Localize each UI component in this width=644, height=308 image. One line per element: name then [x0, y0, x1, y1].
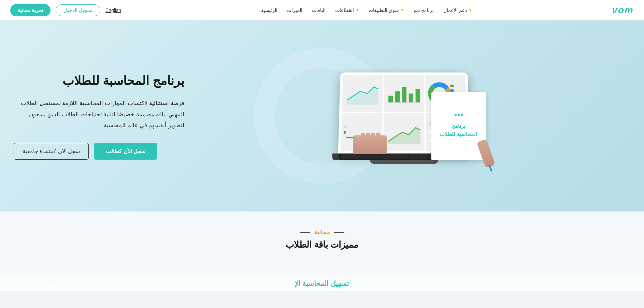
- partial-features-text: تسهيل المحاسبة الإ: [295, 279, 349, 288]
- login-button[interactable]: تسجيل الدخول: [56, 4, 100, 16]
- language-switch[interactable]: English: [105, 8, 121, 13]
- hero-title: برنامج المحاسبة للطلاب: [14, 72, 184, 89]
- screen-panel-3: [342, 75, 383, 112]
- notebook-mockup: برنامج المحاسبة للطلاب: [431, 92, 486, 160]
- register-org-button[interactable]: سجل الآن كمنشأة جامعية: [14, 143, 89, 160]
- laptop-stand: [370, 160, 438, 164]
- line-chart-icon: [344, 77, 381, 110]
- logo-text: vom: [612, 5, 634, 16]
- hero-description: فرصة استثنائية لاكتساب المهارات المحاسبي…: [14, 98, 184, 131]
- svg-rect-7: [395, 91, 399, 102]
- nav-item-business-support[interactable]: ▼ دعم الأعمال: [443, 8, 472, 13]
- nav-item-growth[interactable]: برنامج نمو: [414, 8, 434, 13]
- register-student-button[interactable]: سجل الآن كطالب: [94, 143, 157, 160]
- screen-panel-5: [383, 113, 425, 151]
- svg-rect-10: [415, 89, 420, 102]
- area-chart-icon: [385, 115, 422, 149]
- svg-rect-4: [450, 89, 454, 91]
- nav-item-packages[interactable]: الباقات: [312, 8, 326, 13]
- bottom-reveal: تسهيل المحاسبة الإ: [0, 270, 644, 291]
- svg-text:إجمالي: إجمالي: [343, 125, 346, 128]
- notebook-text: برنامج المحاسبة للطلاب: [440, 122, 477, 138]
- hero-buttons: سجل الآن كطالب سجل الآن كمنشأة جامعية: [14, 143, 184, 160]
- navbar-actions: English تسجيل الدخول تجربة مجانية: [10, 4, 121, 16]
- nav-item-features[interactable]: الميزات: [287, 8, 302, 13]
- hero-image-area: إجمالي 12,450: [184, 48, 624, 184]
- svg-rect-8: [402, 87, 406, 102]
- free-label: مجانية: [314, 229, 330, 236]
- svg-rect-3: [450, 85, 454, 87]
- svg-rect-9: [409, 93, 413, 102]
- hero-content: برنامج المحاسبة للطلاب فرصة استثنائية لا…: [14, 72, 184, 160]
- laptop-mockup: إجمالي 12,450: [332, 65, 476, 167]
- features-subtitle: مجانية: [20, 229, 624, 236]
- nav-menu: الرئيسية الميزات الباقات ▼ القطاعات ▼ سو…: [261, 8, 472, 13]
- nav-item-home[interactable]: الرئيسية: [261, 8, 277, 13]
- subtitle-line-left: [334, 232, 344, 233]
- svg-rect-6: [388, 96, 392, 102]
- bar-chart-icon: [386, 77, 422, 110]
- trial-button[interactable]: تجربة مجانية: [10, 4, 51, 16]
- logo[interactable]: vom: [612, 5, 634, 16]
- svg-text:12,450: 12,450: [343, 130, 346, 134]
- nav-item-appmarket[interactable]: ▼ سوق التطبيقات: [369, 8, 404, 13]
- nav-item-sectors[interactable]: ▼ القطاعات: [335, 8, 359, 13]
- subtitle-line-right: [300, 232, 310, 233]
- pen-hand: [476, 139, 496, 168]
- features-title: مميزات باقة الطلاب: [20, 239, 624, 250]
- hero-section: إجمالي 12,450: [0, 20, 644, 211]
- left-hand: [353, 135, 387, 154]
- screen-panel-2: [384, 75, 424, 112]
- chevron-down-icon: ▼: [356, 8, 359, 12]
- chevron-down-icon: ▼: [469, 8, 472, 12]
- chevron-down-icon: ▼: [401, 8, 404, 12]
- navbar: vom الرئيسية الميزات الباقات ▼ القطاعات …: [0, 0, 644, 20]
- features-section: مجانية مميزات باقة الطلاب: [0, 211, 644, 270]
